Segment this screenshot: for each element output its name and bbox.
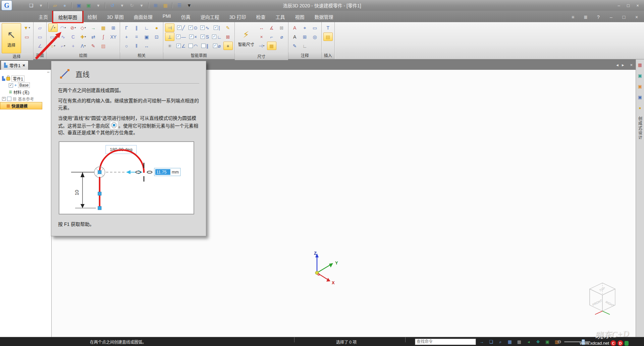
annotation-pen-icon[interactable]: ✎ <box>290 42 300 50</box>
render-settings-icon[interactable]: ▦ <box>161 2 170 9</box>
save-as-icon[interactable]: ▣ <box>84 2 93 9</box>
sketch-plane-icon[interactable]: ▱ <box>35 23 45 32</box>
tree-row-quick-modeling[interactable]: ▦ 快速建模 <box>0 102 42 109</box>
plane-by-axis-icon[interactable]: ∠ <box>35 42 45 50</box>
ribbon-tab-5[interactable]: PMI <box>158 11 176 22</box>
grid-icon[interactable]: ▦ <box>99 23 108 32</box>
run-command-icon[interactable]: → <box>478 338 486 345</box>
minimize-button[interactable]: – <box>614 2 623 9</box>
snap-midpoint-option[interactable]: ✓| <box>211 23 223 32</box>
text-annotation-icon[interactable]: A <box>290 23 300 32</box>
view-cube[interactable]: FRONT RIGHT TOP <box>586 280 619 318</box>
datum-frame-icon[interactable]: ∟ <box>300 42 310 50</box>
diameter-dimension-icon[interactable]: ⌀ <box>277 33 286 41</box>
construction-toggle-icon[interactable]: ⇄ <box>89 33 98 41</box>
command-search-input[interactable] <box>415 339 476 345</box>
expand-icon[interactable]: + <box>2 97 6 101</box>
snap-diameter-option[interactable]: ✓⌀ <box>211 42 223 50</box>
relation-handles-icon[interactable]: ⊥ <box>165 33 174 41</box>
open-icon[interactable]: ▱ <box>51 2 59 9</box>
arc-tool[interactable]: ◠▾ <box>58 23 68 32</box>
callout-icon[interactable]: ⌖ <box>300 23 310 32</box>
convert-sketch-icon[interactable]: ✎ <box>89 42 98 50</box>
undo-icon[interactable]: ↺ <box>108 2 117 9</box>
equal-relation-icon[interactable]: = <box>132 33 141 41</box>
previous-view-icon[interactable]: ◂ <box>525 338 533 345</box>
base-checkbox[interactable]: ✓ <box>9 83 13 88</box>
tree-row-base-reference[interactable]: + ▤ 基本参考 <box>0 95 51 102</box>
collinear-relation-icon[interactable]: ‖ <box>132 42 141 50</box>
ribbon-tab-7[interactable]: 逆向工程 <box>196 11 224 22</box>
symmetric-relation-icon[interactable]: ↔ <box>142 42 151 50</box>
dimension-grid-icon[interactable]: ▦ <box>267 42 276 50</box>
new-document-icon[interactable]: ❏ <box>27 2 36 9</box>
ribbon-tab-6[interactable]: 仿真 <box>176 11 196 22</box>
document-tab-close-icon[interactable]: × <box>22 63 25 68</box>
zoom-fit-icon[interactable]: ▦ <box>506 338 514 345</box>
save-dropdown[interactable]: ▾ <box>94 2 103 9</box>
tree-root-row[interactable]: ▙ 零件1 <box>0 75 51 82</box>
rigid-set-icon[interactable]: ▣ <box>142 33 151 41</box>
select-button[interactable]: ↖ 选择 <box>2 23 21 53</box>
connect-relation-icon[interactable]: Γ <box>122 23 131 32</box>
prev-document-icon[interactable]: ◂ <box>616 62 619 67</box>
axis-dimension-icon[interactable]: ⌐ <box>267 33 276 41</box>
ribbon-tab-4[interactable]: 曲面处理 <box>129 11 158 22</box>
alignment-crosshair-icon[interactable]: + <box>223 42 233 50</box>
curve-tool[interactable]: ∿ <box>58 33 68 41</box>
ribbon-tab-2[interactable]: 绘制 <box>83 11 102 22</box>
project-to-sketch-icon[interactable]: → <box>89 23 98 32</box>
app-logo[interactable]: G <box>1 0 12 10</box>
command-list-icon[interactable]: ☰ <box>175 2 184 9</box>
snap-angle-option[interactable]: ✓∠ <box>175 42 187 50</box>
zoom-out-icon[interactable]: ⊖ <box>557 339 561 344</box>
symmetric-diameter-icon[interactable]: ⊠ <box>277 23 286 32</box>
view-style-icon[interactable]: ▣ <box>543 338 551 345</box>
snap-intersection-option[interactable]: ✓× <box>187 33 199 41</box>
ribbon-tab-10[interactable]: 工具 <box>270 11 290 22</box>
line-tool[interactable]: ╱▾ <box>48 23 58 32</box>
doc-close-icon[interactable]: × <box>632 13 641 21</box>
zoom-slider[interactable] <box>564 341 590 342</box>
doc-restore-icon[interactable]: □ <box>619 13 629 21</box>
shading-mode-icon[interactable]: ▩ <box>515 338 523 345</box>
import-icon[interactable]: ● <box>60 2 69 9</box>
panel-grip[interactable]: ▪▪ <box>0 70 51 75</box>
snap-parallel-option[interactable]: ∥ <box>199 42 210 50</box>
layers-panel-icon[interactable]: ▣ <box>636 72 644 79</box>
new-document-dropdown[interactable]: ▾ <box>37 2 45 9</box>
snap-line-option[interactable]: ✓╱ <box>175 23 187 32</box>
options-panel-icon[interactable]: ▣ <box>636 83 644 90</box>
next-document-icon[interactable]: ▸ <box>622 62 624 67</box>
key-panel-icon[interactable]: ● <box>636 104 644 111</box>
ribbon-tab-3[interactable]: 3D 草图 <box>102 11 129 22</box>
zoom-area-icon[interactable]: ⌕ <box>496 338 504 345</box>
spline-edit-icon[interactable]: ʃ <box>99 33 108 41</box>
generative-design-tab[interactable]: 创成式设计 <box>637 116 643 140</box>
annotation-table-icon[interactable]: ⊞ <box>300 33 310 41</box>
zoom-slider-thumb[interactable] <box>582 339 585 345</box>
sketch-tip-icon[interactable]: ✎ <box>223 23 233 32</box>
symbol-icon[interactable]: ◎ <box>310 33 320 41</box>
label-icon[interactable]: ▭ <box>310 23 320 32</box>
redo-icon[interactable]: ↻ <box>127 2 136 9</box>
distance-between-icon[interactable]: ↔ <box>257 23 266 32</box>
maintain-relations-icon[interactable]: ⊣ <box>165 23 174 32</box>
smart-sketch-options-icon[interactable]: ✳ <box>165 42 174 50</box>
text-profile-icon[interactable]: A <box>290 33 300 41</box>
ribbon-tab-9[interactable]: 检查 <box>251 11 270 22</box>
snap-center-option[interactable]: ✓⊙ <box>187 23 199 32</box>
views-panel-icon[interactable]: ▣ <box>636 94 644 100</box>
rectangle-tool[interactable]: ▭▾ <box>48 33 58 41</box>
close-button[interactable]: × <box>633 2 642 9</box>
point-tool[interactable]: + <box>68 42 78 50</box>
ribbon-pane-icon[interactable]: ≣ <box>581 13 590 21</box>
lock-relation-icon[interactable]: ● <box>152 23 161 32</box>
dimension-style-icon[interactable]: ⊣▾ <box>257 42 266 50</box>
move-tool[interactable]: ✚▾ <box>78 33 88 41</box>
undo-dropdown[interactable]: ▾ <box>118 2 126 9</box>
tangent-relation-icon[interactable]: ○ <box>122 42 131 50</box>
ribbon-tab-8[interactable]: 3D 打印 <box>224 11 251 22</box>
parallel-relation-icon[interactable]: ∥ <box>132 23 141 32</box>
doc-minimize-icon[interactable]: – <box>606 13 616 21</box>
